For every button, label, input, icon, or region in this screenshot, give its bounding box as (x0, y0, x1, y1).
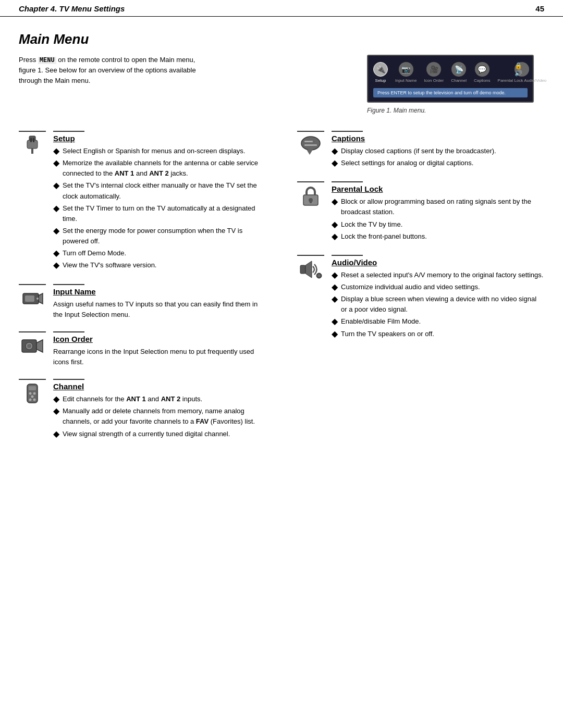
captions-section: Captions ◆Display closed captions (if se… (297, 131, 544, 170)
channel-title-divider (53, 379, 84, 380)
bullet-icon: ◆ (332, 329, 338, 339)
inputname-body: Assign useful names to TV inputs so that… (53, 299, 266, 320)
captions-icon-divider (297, 131, 324, 132)
tv-menu-item-channel: 📡 Channel (451, 62, 467, 83)
svg-point-15 (29, 392, 32, 395)
av-bullet-3: Display a blue screen when viewing a dev… (341, 294, 544, 315)
svg-rect-2 (31, 149, 33, 154)
figure-area: 🔌 Setup 📷 Input Name 🎥 Icon Order (367, 55, 544, 114)
iconorder-text: Rearrange icons in the Input Selection m… (53, 347, 266, 367)
svg-point-30 (317, 274, 321, 277)
bullet-icon: ◆ (332, 231, 338, 242)
parental-title: Parental Lock (332, 184, 544, 193)
list-item: ◆Turn the TV speakers on or off. (332, 329, 544, 339)
inputname-section: Input Name Assign useful names to TV inp… (19, 284, 266, 320)
channel-tv-icon: 📡 (451, 62, 466, 77)
tv-menu-bar: Press ENTER to setup the television and … (373, 88, 528, 97)
list-item: ◆Enable/disable Film Mode. (332, 316, 544, 327)
svg-rect-3 (30, 138, 32, 142)
svg-marker-6 (39, 293, 43, 304)
setup-section: Setup ◆Select English or Spanish for men… (19, 131, 266, 273)
svg-point-19 (33, 399, 36, 401)
iconorder-title-divider (53, 331, 84, 332)
av-bullet-1: Reset a selected input's A/V memory to t… (341, 270, 544, 280)
list-item: ◆Display closed captions (if sent by the… (332, 146, 544, 156)
tv-menu-screenshot: 🔌 Setup 📷 Input Name 🎥 Icon Order (367, 55, 534, 103)
bullet-icon: ◆ (53, 203, 59, 224)
setup-title: Setup (53, 134, 266, 143)
list-item: ◆Set the energy mode for power consumpti… (53, 226, 266, 246)
channel-icon-area (19, 379, 46, 405)
page-content: Main Menu Press MENU on the remote contr… (0, 17, 563, 471)
bullet-icon: ◆ (53, 429, 59, 439)
parental-section: Parental Lock ◆Block or allow programmin… (297, 181, 544, 243)
svg-point-12 (27, 344, 31, 348)
page-main-title: Main Menu (19, 31, 544, 47)
svg-rect-7 (25, 295, 34, 302)
captions-title: Captions (332, 134, 544, 143)
channel-icon-divider (19, 379, 46, 380)
svg-marker-28 (305, 261, 312, 278)
tv-menu-item-setup: 🔌 Setup (373, 62, 388, 83)
svg-rect-23 (304, 144, 317, 146)
setup-content: Setup ◆Select English or Spanish for men… (53, 131, 266, 273)
iconorder-section: Icon Order Rearrange icons in the Input … (19, 331, 266, 367)
list-item: ◆Set the TV's internal clock either manu… (53, 180, 266, 201)
inputname-tv-icon: 📷 (399, 62, 413, 77)
list-item: ◆Lock the front-panel buttons. (332, 231, 544, 242)
setup-body: ◆Select English or Spanish for menus and… (53, 146, 266, 271)
list-item: ◆View signal strength of a currently tun… (53, 429, 266, 439)
audiovideo-icon (298, 258, 323, 281)
bullet-icon: ◆ (53, 406, 59, 427)
inputname-icon (20, 287, 45, 310)
chapter-title: Chapter 4. TV Menu Settings (19, 4, 125, 13)
captions-bullet-1: Display closed captions (if sent by the … (341, 146, 544, 156)
list-item: ◆Customize individual audio and video se… (332, 282, 544, 292)
parental-bullet-2: Lock the TV by time. (341, 219, 544, 230)
inputname-content: Input Name Assign useful names to TV inp… (53, 284, 266, 320)
channel-body: ◆Edit channels for the ANT 1 and ANT 2 i… (53, 394, 266, 439)
figure-caption: Figure 1. Main menu. (367, 107, 426, 114)
svg-rect-14 (29, 386, 36, 390)
audiovideo-icon-area (297, 255, 324, 281)
av-bullet-4: Enable/disable Film Mode. (341, 316, 544, 327)
captions-title-divider (332, 131, 363, 132)
list-item: ◆Manually add or delete channels from me… (53, 406, 266, 427)
inputname-icon-divider (19, 284, 46, 285)
iconorder-icon-area (19, 331, 46, 357)
audiovideo-icon-divider (297, 255, 324, 256)
bullet-icon: ◆ (332, 270, 338, 280)
parental-bullet-1: Block or allow programming based on rati… (341, 196, 544, 217)
intro-text: Press MENU on the remote control to open… (19, 55, 346, 114)
col-left: Setup ◆Select English or Spanish for men… (19, 131, 266, 452)
bullet-icon: ◆ (332, 158, 338, 168)
bullet-icon: ◆ (332, 316, 338, 327)
svg-rect-27 (300, 265, 305, 274)
bullet-icon: ◆ (332, 294, 338, 315)
list-item: ◆Edit channels for the ANT 1 and ANT 2 i… (53, 394, 266, 404)
parental-icon (298, 184, 323, 207)
iconorder-icon (20, 335, 45, 357)
channel-bullet-2: Manually add or delete channels from mem… (63, 406, 266, 427)
setup-bullet-6: Turn off Demo Mode. (63, 248, 266, 258)
setup-bullet-3: Set the TV's internal clock either manua… (63, 180, 266, 201)
inputname-title: Input Name (53, 287, 266, 296)
list-item: ◆View the TV's software version. (53, 260, 266, 270)
audiovideo-body: ◆Reset a selected input's A/V memory to … (332, 270, 544, 339)
bullet-icon: ◆ (53, 248, 59, 258)
captions-content: Captions ◆Display closed captions (if se… (332, 131, 544, 170)
captions-tv-icon: 💬 (475, 62, 489, 77)
setup-icon-divider (19, 131, 46, 132)
parental-icon-divider (297, 181, 324, 182)
list-item: ◆Turn off Demo Mode. (53, 248, 266, 258)
channel-content: Channel ◆Edit channels for the ANT 1 and… (53, 379, 266, 441)
svg-rect-22 (304, 141, 313, 142)
iconorder-title: Icon Order (53, 335, 266, 343)
inputname-title-divider (53, 284, 84, 285)
channel-bullet-3: View signal strength of a currently tune… (63, 429, 266, 439)
bullet-icon: ◆ (332, 146, 338, 156)
channel-icon (20, 382, 45, 405)
svg-marker-10 (36, 340, 43, 352)
captions-bullet-2: Select settings for analog or digital ca… (341, 158, 544, 168)
bullet-icon: ◆ (53, 394, 59, 404)
